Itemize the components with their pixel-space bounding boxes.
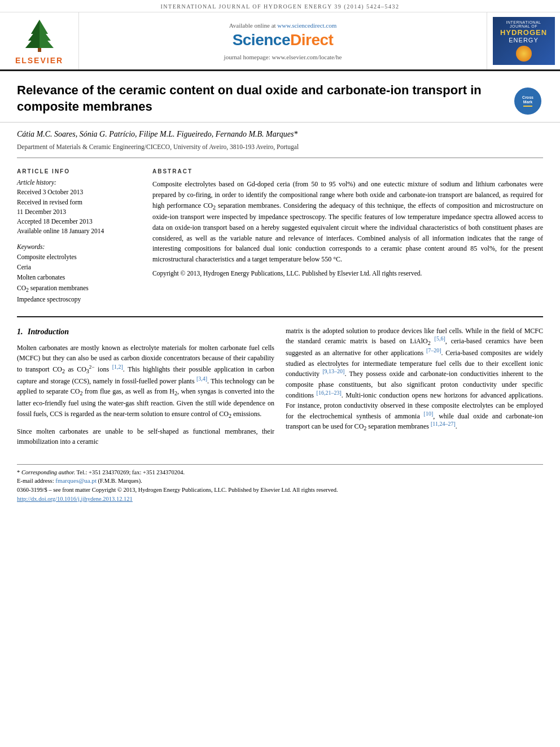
journal-header-bar: International Journal of Hydrogen Energy… bbox=[0, 0, 560, 12]
available-online-date: Available online 18 January 2014 bbox=[17, 226, 141, 236]
ref-5-6[interactable]: [5,6] bbox=[435, 335, 445, 342]
hydrogen-energy-logo: INTERNATIONALJOURNAL OF HYDROGEN ENERGY bbox=[493, 17, 555, 65]
main-content: 1. Introduction Molten carbonates are mo… bbox=[0, 316, 560, 453]
journal-logo-box: INTERNATIONALJOURNAL OF HYDROGEN ENERGY bbox=[487, 12, 560, 69]
two-column-layout: 1. Introduction Molten carbonates are mo… bbox=[17, 326, 543, 453]
intro-paragraph-2: Since molten carbonates are unable to be… bbox=[17, 426, 274, 447]
received-date: Received 3 October 2013 bbox=[17, 187, 141, 197]
svg-text:Cross: Cross bbox=[522, 95, 533, 99]
journal-homepage: journal homepage: www.elsevier.com/locat… bbox=[224, 54, 342, 60]
sciencedirect-url[interactable]: www.sciencedirect.com bbox=[277, 22, 336, 29]
corresp-label: * Corresponding author. bbox=[17, 469, 75, 475]
elsevier-tree-icon bbox=[14, 17, 65, 54]
received-revised-date: 11 December 2013 bbox=[17, 207, 141, 217]
main-section-divider bbox=[17, 316, 543, 317]
email-label: E-mail address: bbox=[17, 478, 54, 484]
elsevier-text: ELSEVIER bbox=[15, 56, 63, 65]
keyword-2: Ceria bbox=[17, 262, 141, 272]
svg-text:Mark: Mark bbox=[523, 100, 532, 104]
history-label: Article history: bbox=[17, 179, 141, 186]
article-info-abstract: Article Info Article history: Received 3… bbox=[0, 163, 560, 304]
available-online-text: Available online at www.sciencedirect.co… bbox=[229, 22, 337, 29]
keyword-1: Composite electrolytes bbox=[17, 252, 141, 262]
doi-note: http://dx.doi.org/10.1016/j.ijhydene.201… bbox=[17, 495, 543, 504]
left-column: 1. Introduction Molten carbonates are mo… bbox=[17, 326, 274, 453]
elsevier-logo: ELSEVIER bbox=[0, 12, 79, 69]
keyword-4: CO2 separation membranes bbox=[17, 283, 141, 295]
ref-3-4[interactable]: [3,4] bbox=[196, 375, 207, 382]
header-center: Available online at www.sciencedirect.co… bbox=[79, 12, 487, 69]
keyword-5: Impedance spectroscopy bbox=[17, 294, 141, 304]
intro-paragraph-3: matrix is the adopted solution to produc… bbox=[286, 326, 543, 434]
issn-note: 0360-3199/$ – see front matter Copyright… bbox=[17, 486, 543, 495]
ref-1-2[interactable]: [1,2] bbox=[112, 364, 123, 370]
doi-link[interactable]: http://dx.doi.org/10.1016/j.ijhydene.201… bbox=[17, 496, 133, 502]
article-info-panel: Article Info Article history: Received 3… bbox=[17, 163, 141, 304]
journal-title-bar: International Journal of Hydrogen Energy… bbox=[160, 3, 399, 10]
right-column: matrix is the adopted solution to produc… bbox=[286, 326, 543, 453]
section-title: Introduction bbox=[28, 327, 69, 336]
copyright-text: Copyright © 2013, Hydrogen Energy Public… bbox=[152, 269, 543, 278]
section-divider bbox=[17, 158, 543, 158]
corresp-tel: Tel.: +351 234370269; fax: +351 23437020… bbox=[77, 469, 185, 475]
authors-text: Cátia M.C. Soares, Sónia G. Patrício, Fi… bbox=[17, 128, 543, 141]
header-section: ELSEVIER Available online at www.science… bbox=[0, 12, 560, 71]
keywords-label: Keywords: bbox=[17, 243, 141, 250]
intro-paragraph-1: Molten carbonates are mostly known as el… bbox=[17, 343, 274, 421]
abstract-text: Composite electrolytes based on Gd-doped… bbox=[152, 179, 543, 264]
abstract-title: Abstract bbox=[152, 168, 543, 174]
ref-16-21-23[interactable]: [16,21–23] bbox=[317, 390, 342, 396]
section-number: 1. bbox=[17, 327, 23, 336]
article-info-title: Article Info bbox=[17, 168, 141, 174]
ref-11-24-27[interactable]: [11,24–27] bbox=[431, 421, 456, 427]
received-revised-label: Received in revised form bbox=[17, 198, 141, 207]
article-title: Relevance of the ceramic content on dual… bbox=[17, 82, 501, 115]
corresponding-email[interactable]: fmarques@ua.pt bbox=[55, 477, 97, 484]
introduction-heading: 1. Introduction bbox=[17, 326, 274, 338]
email-suffix: (F.M.B. Marques). bbox=[98, 478, 142, 484]
ref-7-20[interactable]: [7–20] bbox=[426, 347, 441, 353]
keywords-section: Keywords: Composite electrolytes Ceria M… bbox=[17, 243, 141, 305]
authors-section: Cátia M.C. Soares, Sónia G. Patrício, Fi… bbox=[0, 123, 560, 153]
crossmark-icon: Cross Mark bbox=[518, 91, 538, 111]
article-history: Article history: Received 3 October 2013… bbox=[17, 179, 141, 236]
accepted-date: Accepted 18 December 2013 bbox=[17, 217, 141, 226]
title-section: Relevance of the ceramic content on dual… bbox=[0, 71, 560, 123]
ref-10[interactable]: [10] bbox=[424, 410, 434, 417]
corresponding-author-note: * Corresponding author. Tel.: +351 23437… bbox=[17, 468, 543, 486]
abstract-section: Abstract Composite electrolytes based on… bbox=[152, 163, 543, 304]
crossmark-badge[interactable]: Cross Mark bbox=[512, 85, 543, 116]
sciencedirect-logo: ScienceDirect bbox=[233, 31, 334, 49]
keyword-3: Molten carbonates bbox=[17, 272, 141, 282]
energy-circle-icon bbox=[516, 46, 532, 62]
footer-section: * Corresponding author. Tel.: +351 23437… bbox=[17, 464, 543, 504]
ref-9-13-20[interactable]: [9,13–20] bbox=[322, 368, 344, 374]
affiliation-text: Department of Materials & Ceramic Engine… bbox=[17, 143, 543, 150]
